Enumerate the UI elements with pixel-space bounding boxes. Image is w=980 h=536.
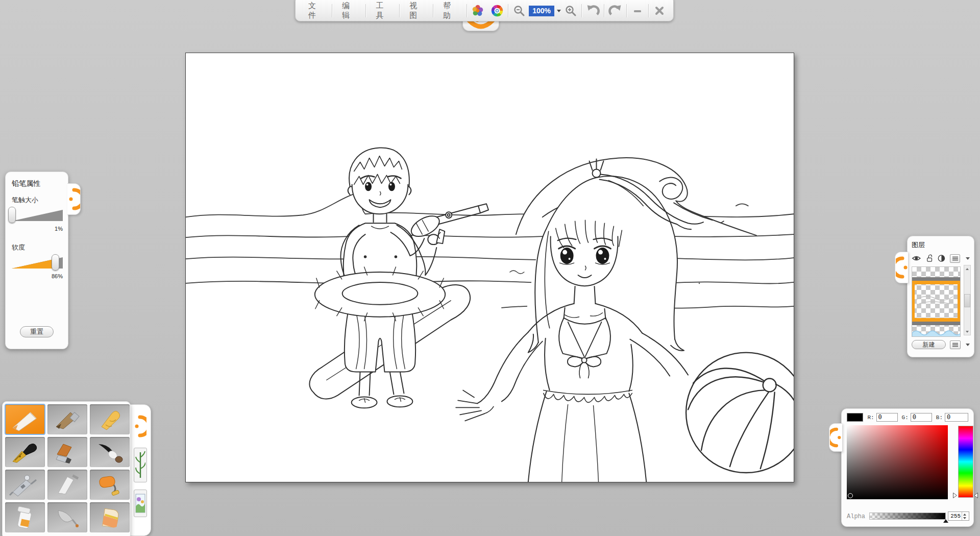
- canvas[interactable]: [185, 53, 794, 482]
- reset-button[interactable]: 重置: [20, 326, 54, 337]
- palette-knife-icon: [51, 473, 84, 497]
- toolbar-divider: [399, 4, 400, 17]
- minimize-button[interactable]: [628, 2, 647, 19]
- pencil-properties-panel: 铅笔属性 笔触大小 1% 软度 86% 重置: [5, 172, 68, 349]
- tool-ink-brush[interactable]: [90, 437, 130, 467]
- tool-paint-jar[interactable]: [5, 502, 45, 532]
- color-picker-cursor[interactable]: [848, 493, 853, 498]
- scrollbar-thumb[interactable]: [964, 294, 970, 307]
- brush-size-value: 1%: [12, 226, 63, 232]
- layer-lock-icon[interactable]: [926, 254, 934, 263]
- zoom-in-button[interactable]: [561, 2, 580, 19]
- color-mixer-button[interactable]: [468, 2, 487, 19]
- color-panel: R: G: B: Alpha: [841, 408, 974, 527]
- scroll-down-icon[interactable]: [964, 328, 970, 335]
- toolbar-divider: [648, 4, 649, 17]
- tool-eraser[interactable]: [90, 502, 130, 532]
- softness-slider[interactable]: [12, 254, 63, 272]
- pencil-panel-handle[interactable]: [67, 183, 81, 215]
- panel-handle-icon: [68, 185, 80, 213]
- softness-value: 86%: [12, 273, 63, 279]
- tool-paint-roller[interactable]: [90, 470, 130, 500]
- close-button[interactable]: [650, 2, 669, 19]
- undo-icon: [586, 4, 600, 18]
- zoom-out-icon: [513, 5, 525, 17]
- layer-thumbnail-waves: [912, 328, 961, 337]
- menu-file-label: 文件: [308, 1, 322, 20]
- zoom-level-value[interactable]: 100%: [529, 6, 554, 16]
- menu-help[interactable]: 帮助: [434, 2, 465, 19]
- toolbar-divider: [604, 4, 604, 17]
- zoom-dropdown-arrow-icon[interactable]: [557, 10, 561, 12]
- minimize-icon: [632, 5, 643, 16]
- tool-pen[interactable]: [5, 437, 45, 467]
- preset-picture-button[interactable]: [134, 490, 147, 517]
- pencil-panel-title: 铅笔属性: [12, 179, 62, 188]
- menu-edit[interactable]: 编辑: [333, 2, 364, 19]
- redo-button[interactable]: [605, 2, 625, 19]
- panel-handle-icon: [830, 425, 842, 450]
- preset-bamboo-button[interactable]: [134, 448, 147, 482]
- scroll-up-icon[interactable]: [964, 265, 970, 272]
- tool-wood-pencil[interactable]: [47, 404, 87, 434]
- eraser-icon: [93, 505, 126, 530]
- red-input[interactable]: [876, 413, 898, 422]
- color-panel-handle[interactable]: [829, 423, 842, 452]
- layer-menu-dropdown-arrow-icon[interactable]: [966, 257, 970, 260]
- layer-opacity-icon[interactable]: [938, 254, 945, 262]
- green-input[interactable]: [911, 413, 932, 422]
- hue-marker-right-icon[interactable]: [974, 493, 978, 498]
- layer-list-scrollbar[interactable]: [964, 265, 971, 335]
- blue-input[interactable]: [945, 413, 968, 422]
- menu-tools[interactable]: 工具: [367, 2, 398, 19]
- tool-flat-brush[interactable]: [47, 437, 87, 467]
- alpha-spin-down-icon[interactable]: [963, 517, 966, 519]
- new-layer-button[interactable]: 新建: [912, 340, 946, 349]
- current-color-swatch[interactable]: [847, 413, 863, 422]
- toolbar-divider: [332, 4, 332, 17]
- zoom-out-button[interactable]: [509, 2, 529, 19]
- wood-pencil-icon: [51, 407, 84, 432]
- layer-blend-menu-button[interactable]: [950, 254, 960, 263]
- undo-button[interactable]: [583, 2, 603, 19]
- color-wheel-button[interactable]: [487, 2, 507, 19]
- layer-visibility-eye-icon[interactable]: [912, 254, 921, 262]
- alpha-value-box: [948, 511, 969, 521]
- tool-crayon[interactable]: [90, 404, 130, 434]
- layers-options-dropdown-arrow-icon[interactable]: [966, 344, 970, 346]
- close-icon: [654, 5, 665, 16]
- hue-slider[interactable]: [958, 426, 973, 498]
- menu-file[interactable]: 文件: [300, 2, 331, 19]
- brush-size-slider[interactable]: [12, 207, 63, 224]
- alpha-slider[interactable]: [869, 513, 946, 520]
- airbrush-icon: [9, 473, 41, 497]
- layer-row-divider: [912, 277, 960, 281]
- alpha-input[interactable]: [948, 513, 962, 519]
- layers-options-button[interactable]: [950, 340, 961, 349]
- color-wheel-icon: [491, 4, 504, 18]
- hue-marker-left-icon[interactable]: [953, 493, 957, 498]
- color-mixer-icon: [471, 4, 484, 18]
- pencil-icon: [9, 407, 41, 432]
- toolbar-divider: [433, 4, 433, 17]
- menu-lines-icon: [952, 343, 959, 347]
- paint-jar-icon: [9, 505, 41, 530]
- tool-pencil[interactable]: [5, 404, 45, 434]
- panel-handle-icon[interactable]: [134, 412, 146, 441]
- paint-roller-icon: [93, 473, 126, 497]
- toolbar-divider: [467, 4, 467, 17]
- app-window: { "toolbar": { "menus": [ { "label": "文件…: [0, 0, 980, 536]
- menu-tools-label: 工具: [376, 1, 389, 20]
- tool-airbrush[interactable]: [5, 470, 45, 500]
- saturation-value-picker[interactable]: [847, 425, 948, 499]
- brush-size-slider-thumb[interactable]: [8, 207, 16, 223]
- menu-view[interactable]: 视图: [401, 2, 432, 19]
- softness-slider-thumb[interactable]: [52, 254, 59, 271]
- zoom-level-combo[interactable]: 100%: [529, 6, 561, 16]
- tool-water-brush[interactable]: [47, 502, 87, 532]
- tool-palette-knife[interactable]: [47, 470, 87, 500]
- tool-palette: [2, 401, 131, 536]
- layers-panel-handle[interactable]: [895, 252, 908, 283]
- ink-brush-icon: [93, 440, 126, 465]
- alpha-spin-up-icon[interactable]: [963, 514, 966, 516]
